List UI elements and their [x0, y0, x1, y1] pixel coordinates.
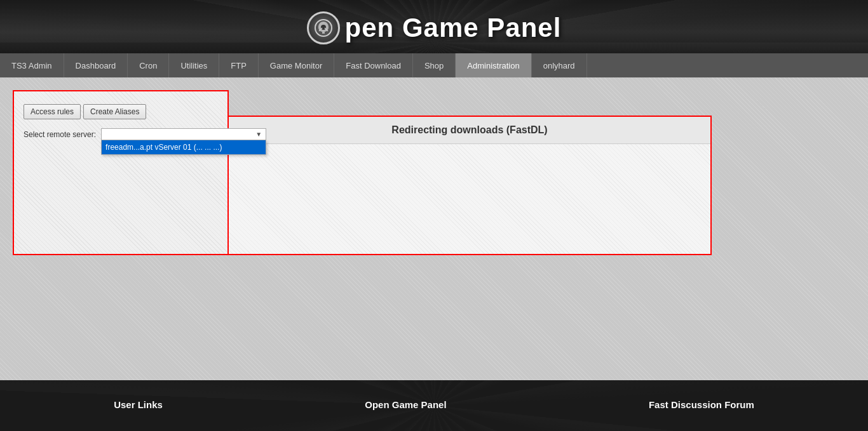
- logo-icon: [314, 18, 333, 37]
- left-panel: Access rules Create Aliases Select remot…: [13, 90, 229, 255]
- logo-circle: [307, 11, 340, 44]
- main-content: Access rules Create Aliases Select remot…: [0, 77, 868, 380]
- dropdown-option-1[interactable]: freeadm...a.pt vServer 01 (... ... ...): [102, 140, 266, 154]
- nav-dashboard[interactable]: Dashboard: [64, 53, 128, 77]
- left-panel-content: Access rules Create Aliases Select remot…: [14, 91, 227, 150]
- header: pen Game Panel: [0, 0, 868, 53]
- footer: User Links Open Game Panel Fast Discussi…: [0, 380, 868, 431]
- create-aliases-button[interactable]: Create Aliases: [83, 104, 146, 119]
- dropdown-list: freeadm...a.pt vServer 01 (... ... ...): [101, 140, 266, 155]
- footer-ogp-title: Open Game Panel: [365, 399, 446, 410]
- select-wrapper: freeadm...a.pt vServer 01 (... ... ...): [101, 128, 266, 140]
- nav-onlyhard[interactable]: onlyhard: [532, 53, 587, 77]
- footer-col-userlinks: User Links: [114, 399, 163, 418]
- select-label: Select remote server:: [24, 130, 96, 139]
- header-title-text: pen Game Panel: [345, 13, 562, 43]
- nav-shop[interactable]: Shop: [413, 53, 456, 77]
- nav-fastdownload[interactable]: Fast Download: [334, 53, 413, 77]
- nav-utilities[interactable]: Utilities: [169, 53, 219, 77]
- right-panel: Redirecting downloads (FastDL): [229, 116, 712, 255]
- footer-forum-title: Fast Discussion Forum: [649, 399, 754, 410]
- button-row: Access rules Create Aliases: [24, 104, 218, 119]
- footer-userlinks-title: User Links: [114, 399, 163, 410]
- footer-col-forum: Fast Discussion Forum: [649, 399, 754, 418]
- nav-gamemonitor[interactable]: Game Monitor: [259, 53, 334, 77]
- content-wrapper: Access rules Create Aliases Select remot…: [13, 90, 712, 255]
- navbar: TS3 Admin Dashboard Cron Utilities FTP G…: [0, 53, 868, 77]
- page-title: Redirecting downloads (FastDL): [229, 117, 710, 144]
- nav-ftp[interactable]: FTP: [219, 53, 259, 77]
- remote-server-select[interactable]: [101, 128, 266, 140]
- nav-administration[interactable]: Administration: [456, 53, 531, 77]
- header-title: pen Game Panel: [0, 11, 868, 44]
- access-rules-button[interactable]: Access rules: [24, 104, 81, 119]
- form-row: Select remote server: freeadm...a.pt vSe…: [24, 128, 218, 140]
- nav-ts3admin[interactable]: TS3 Admin: [0, 53, 64, 77]
- footer-col-ogp: Open Game Panel: [365, 399, 446, 418]
- nav-cron[interactable]: Cron: [128, 53, 169, 77]
